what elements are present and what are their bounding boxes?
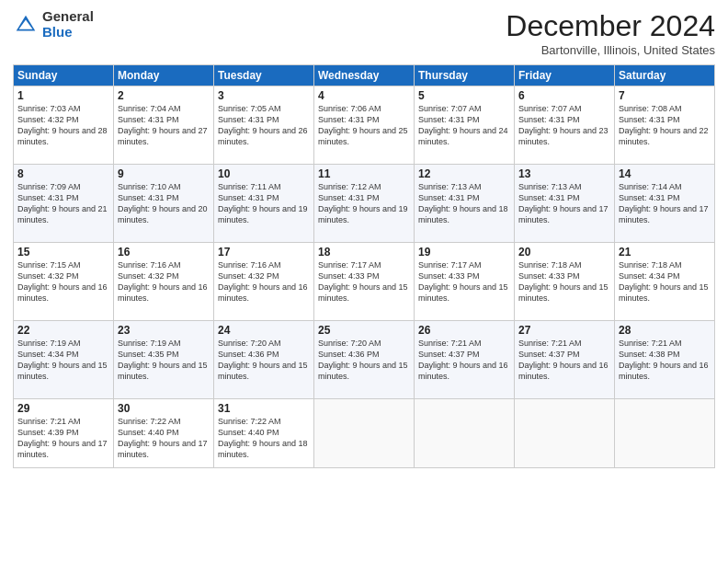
table-row: 10 Sunrise: 7:11 AMSunset: 4:31 PMDaylig… xyxy=(214,165,314,243)
day-info: Sunrise: 7:07 AMSunset: 4:31 PMDaylight:… xyxy=(518,104,609,146)
day-number: 29 xyxy=(17,402,109,415)
calendar-body: 1 Sunrise: 7:03 AMSunset: 4:32 PMDayligh… xyxy=(14,86,715,468)
table-row: 9 Sunrise: 7:10 AMSunset: 4:31 PMDayligh… xyxy=(114,165,214,243)
day-number: 24 xyxy=(218,324,310,337)
col-monday: Monday xyxy=(114,65,214,86)
day-info: Sunrise: 7:07 AMSunset: 4:31 PMDaylight:… xyxy=(418,104,508,146)
title-block: December 2024 Bartonville, Illinois, Uni… xyxy=(506,9,715,57)
day-info: Sunrise: 7:22 AMSunset: 4:40 PMDaylight:… xyxy=(118,417,208,459)
table-row: 11 Sunrise: 7:12 AMSunset: 4:31 PMDaylig… xyxy=(314,165,415,243)
day-number: 28 xyxy=(619,324,711,337)
day-number: 16 xyxy=(118,246,210,259)
table-row: 27 Sunrise: 7:21 AMSunset: 4:37 PMDaylig… xyxy=(515,321,615,399)
logo-blue-text: Blue xyxy=(42,25,94,40)
day-info: Sunrise: 7:11 AMSunset: 4:31 PMDaylight:… xyxy=(218,182,308,224)
day-info: Sunrise: 7:06 AMSunset: 4:31 PMDaylight:… xyxy=(318,104,408,146)
table-row: 24 Sunrise: 7:20 AMSunset: 4:36 PMDaylig… xyxy=(214,321,314,399)
col-friday: Friday xyxy=(515,65,615,86)
day-number: 5 xyxy=(418,89,510,102)
day-number: 27 xyxy=(518,324,610,337)
day-info: Sunrise: 7:20 AMSunset: 4:36 PMDaylight:… xyxy=(218,339,308,381)
month-title: December 2024 xyxy=(506,9,715,43)
page-container: General Blue December 2024 Bartonville, … xyxy=(0,0,728,563)
logo-text: General Blue xyxy=(42,9,94,40)
col-wednesday: Wednesday xyxy=(314,65,415,86)
table-row: 3 Sunrise: 7:05 AMSunset: 4:31 PMDayligh… xyxy=(214,86,314,165)
day-number: 9 xyxy=(118,167,210,180)
table-row: 18 Sunrise: 7:17 AMSunset: 4:33 PMDaylig… xyxy=(314,243,415,321)
col-saturday: Saturday xyxy=(615,65,715,86)
day-info: Sunrise: 7:04 AMSunset: 4:31 PMDaylight:… xyxy=(118,104,208,146)
day-number: 18 xyxy=(318,246,410,259)
logo: General Blue xyxy=(13,9,94,40)
day-number: 2 xyxy=(118,89,210,102)
day-number: 17 xyxy=(218,246,310,259)
table-row: 1 Sunrise: 7:03 AMSunset: 4:32 PMDayligh… xyxy=(14,86,114,165)
logo-general-text: General xyxy=(42,9,94,25)
table-row: 7 Sunrise: 7:08 AMSunset: 4:31 PMDayligh… xyxy=(615,86,715,165)
table-row: 22 Sunrise: 7:19 AMSunset: 4:34 PMDaylig… xyxy=(14,321,114,399)
day-info: Sunrise: 7:19 AMSunset: 4:35 PMDaylight:… xyxy=(118,339,208,381)
table-row xyxy=(515,399,615,468)
table-row: 15 Sunrise: 7:15 AMSunset: 4:32 PMDaylig… xyxy=(14,243,114,321)
day-number: 10 xyxy=(218,167,310,180)
table-row: 23 Sunrise: 7:19 AMSunset: 4:35 PMDaylig… xyxy=(114,321,214,399)
day-number: 26 xyxy=(418,324,510,337)
day-info: Sunrise: 7:21 AMSunset: 4:38 PMDaylight:… xyxy=(619,339,709,381)
day-number: 11 xyxy=(318,167,410,180)
table-row: 28 Sunrise: 7:21 AMSunset: 4:38 PMDaylig… xyxy=(615,321,715,399)
table-row: 30 Sunrise: 7:22 AMSunset: 4:40 PMDaylig… xyxy=(114,399,214,468)
day-info: Sunrise: 7:09 AMSunset: 4:31 PMDaylight:… xyxy=(17,182,108,224)
day-number: 14 xyxy=(619,167,711,180)
table-row: 29 Sunrise: 7:21 AMSunset: 4:39 PMDaylig… xyxy=(14,399,114,468)
table-row: 19 Sunrise: 7:17 AMSunset: 4:33 PMDaylig… xyxy=(415,243,515,321)
table-row: 20 Sunrise: 7:18 AMSunset: 4:33 PMDaylig… xyxy=(515,243,615,321)
day-info: Sunrise: 7:12 AMSunset: 4:31 PMDaylight:… xyxy=(318,182,408,224)
day-number: 7 xyxy=(619,89,711,102)
day-info: Sunrise: 7:08 AMSunset: 4:31 PMDaylight:… xyxy=(619,104,709,146)
table-row: 13 Sunrise: 7:13 AMSunset: 4:31 PMDaylig… xyxy=(515,165,615,243)
col-thursday: Thursday xyxy=(415,65,515,86)
day-info: Sunrise: 7:19 AMSunset: 4:34 PMDaylight:… xyxy=(17,339,108,381)
day-info: Sunrise: 7:13 AMSunset: 4:31 PMDaylight:… xyxy=(418,182,508,224)
table-row: 25 Sunrise: 7:20 AMSunset: 4:36 PMDaylig… xyxy=(314,321,415,399)
day-info: Sunrise: 7:21 AMSunset: 4:39 PMDaylight:… xyxy=(17,417,108,459)
table-row: 26 Sunrise: 7:21 AMSunset: 4:37 PMDaylig… xyxy=(415,321,515,399)
table-row: 17 Sunrise: 7:16 AMSunset: 4:32 PMDaylig… xyxy=(214,243,314,321)
table-row: 14 Sunrise: 7:14 AMSunset: 4:31 PMDaylig… xyxy=(615,165,715,243)
table-row xyxy=(314,399,415,468)
calendar-header-row: Sunday Monday Tuesday Wednesday Thursday… xyxy=(14,65,715,86)
day-info: Sunrise: 7:13 AMSunset: 4:31 PMDaylight:… xyxy=(518,182,609,224)
day-info: Sunrise: 7:03 AMSunset: 4:32 PMDaylight:… xyxy=(17,104,108,146)
location-text: Bartonville, Illinois, United States xyxy=(506,43,715,57)
logo-icon xyxy=(13,12,39,38)
day-info: Sunrise: 7:21 AMSunset: 4:37 PMDaylight:… xyxy=(418,339,508,381)
day-number: 23 xyxy=(118,324,210,337)
day-number: 21 xyxy=(619,246,711,259)
table-row: 12 Sunrise: 7:13 AMSunset: 4:31 PMDaylig… xyxy=(415,165,515,243)
col-tuesday: Tuesday xyxy=(214,65,314,86)
day-info: Sunrise: 7:15 AMSunset: 4:32 PMDaylight:… xyxy=(17,260,108,303)
day-number: 13 xyxy=(518,167,610,180)
page-header: General Blue December 2024 Bartonville, … xyxy=(13,9,715,57)
day-number: 30 xyxy=(118,402,210,415)
table-row: 6 Sunrise: 7:07 AMSunset: 4:31 PMDayligh… xyxy=(515,86,615,165)
day-number: 4 xyxy=(318,89,410,102)
day-number: 19 xyxy=(418,246,510,259)
day-info: Sunrise: 7:16 AMSunset: 4:32 PMDaylight:… xyxy=(218,260,308,303)
day-number: 22 xyxy=(17,324,109,337)
day-number: 12 xyxy=(418,167,510,180)
table-row: 4 Sunrise: 7:06 AMSunset: 4:31 PMDayligh… xyxy=(314,86,415,165)
col-sunday: Sunday xyxy=(14,65,114,86)
day-number: 25 xyxy=(318,324,410,337)
day-info: Sunrise: 7:14 AMSunset: 4:31 PMDaylight:… xyxy=(619,182,709,224)
day-info: Sunrise: 7:18 AMSunset: 4:34 PMDaylight:… xyxy=(619,260,709,303)
day-info: Sunrise: 7:18 AMSunset: 4:33 PMDaylight:… xyxy=(518,260,609,303)
day-info: Sunrise: 7:17 AMSunset: 4:33 PMDaylight:… xyxy=(418,260,508,303)
day-info: Sunrise: 7:22 AMSunset: 4:40 PMDaylight:… xyxy=(218,417,308,459)
day-info: Sunrise: 7:21 AMSunset: 4:37 PMDaylight:… xyxy=(518,339,609,381)
day-number: 1 xyxy=(17,89,109,102)
day-info: Sunrise: 7:10 AMSunset: 4:31 PMDaylight:… xyxy=(118,182,208,224)
day-number: 3 xyxy=(218,89,310,102)
day-number: 6 xyxy=(518,89,610,102)
